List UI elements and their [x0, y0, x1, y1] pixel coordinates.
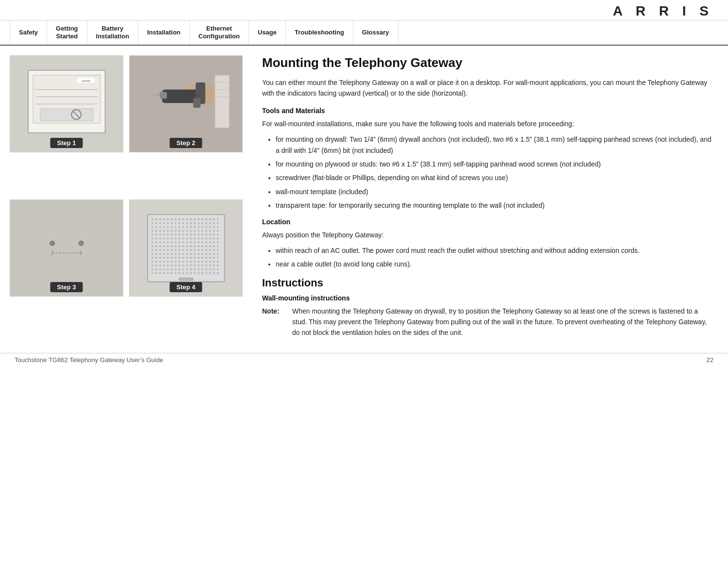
svg-rect-254: [194, 265, 196, 266]
svg-rect-88: [178, 230, 180, 232]
svg-rect-105: [174, 234, 176, 236]
svg-rect-20: [23, 215, 110, 282]
svg-rect-291: [198, 272, 199, 274]
svg-rect-267: [174, 268, 176, 270]
svg-rect-37: [190, 218, 192, 220]
svg-rect-172: [155, 249, 157, 251]
svg-rect-286: [178, 272, 180, 274]
svg-rect-270: [186, 268, 188, 270]
svg-rect-139: [166, 242, 168, 244]
svg-rect-165: [198, 245, 199, 247]
svg-rect-177: [174, 249, 176, 251]
svg-rect-141: [174, 242, 176, 244]
svg-rect-118: [155, 238, 157, 240]
svg-point-21: [50, 241, 54, 246]
step4-label: Step 4: [169, 282, 202, 292]
svg-rect-143: [182, 242, 184, 244]
nav-glossary[interactable]: Glossary: [353, 20, 398, 45]
svg-rect-296: [216, 272, 218, 274]
svg-rect-137: [159, 242, 161, 244]
svg-rect-80: [216, 226, 218, 228]
svg-rect-65: [159, 226, 161, 228]
svg-rect-236: [194, 261, 196, 263]
svg-rect-213: [174, 257, 176, 259]
svg-rect-148: [201, 242, 203, 244]
svg-rect-87: [174, 230, 176, 232]
main-content: ARRIS Step 1: [0, 46, 728, 348]
svg-rect-181: [190, 249, 192, 251]
svg-rect-170: [216, 245, 218, 247]
svg-rect-164: [194, 245, 196, 247]
svg-rect-190: [155, 253, 157, 255]
instructions-title: Instructions: [262, 277, 713, 289]
svg-rect-140: [170, 242, 172, 244]
svg-rect-70: [178, 226, 180, 228]
images-column: ARRIS Step 1: [10, 55, 243, 338]
svg-rect-212: [170, 257, 172, 259]
svg-rect-26: [148, 215, 224, 282]
intro-paragraph: You can either mount the Telephony Gatew…: [262, 77, 713, 99]
svg-rect-57: [198, 222, 199, 224]
svg-rect-61: [213, 222, 215, 224]
nav-ethernet-configuration[interactable]: Ethernet Configuration: [190, 20, 249, 45]
wall-mounting-heading: Wall-mounting instructions: [262, 294, 713, 302]
svg-rect-45: [151, 222, 153, 224]
svg-rect-127: [190, 238, 192, 240]
svg-rect-251: [182, 265, 184, 266]
svg-rect-52: [178, 222, 180, 224]
svg-rect-243: [151, 265, 153, 266]
svg-rect-91: [190, 230, 192, 232]
svg-rect-248: [170, 265, 172, 266]
svg-rect-136: [155, 242, 157, 244]
svg-rect-232: [178, 261, 180, 263]
svg-rect-272: [194, 268, 196, 270]
svg-rect-128: [194, 238, 196, 240]
svg-rect-237: [198, 261, 199, 263]
svg-rect-142: [178, 242, 180, 244]
nav-safety[interactable]: Safety: [10, 20, 47, 45]
svg-rect-186: [209, 249, 211, 251]
svg-rect-124: [178, 238, 180, 240]
svg-rect-41: [205, 218, 207, 220]
svg-rect-33: [174, 218, 176, 220]
svg-rect-244: [155, 265, 157, 266]
nav-troubleshooting[interactable]: Troubleshooting: [286, 20, 353, 45]
svg-rect-163: [190, 245, 192, 247]
svg-rect-46: [155, 222, 157, 224]
svg-rect-282: [163, 272, 165, 274]
svg-rect-62: [216, 222, 218, 224]
svg-rect-287: [182, 272, 184, 274]
nav-installation[interactable]: Installation: [138, 20, 190, 45]
svg-rect-246: [163, 265, 165, 266]
svg-rect-216: [186, 257, 188, 259]
svg-rect-56: [194, 222, 196, 224]
svg-rect-259: [213, 265, 215, 266]
svg-rect-285: [174, 272, 176, 274]
svg-rect-36: [186, 218, 188, 220]
svg-rect-138: [163, 242, 165, 244]
svg-rect-253: [190, 265, 192, 266]
svg-rect-188: [216, 249, 218, 251]
svg-rect-257: [205, 265, 207, 266]
svg-rect-64: [155, 226, 157, 228]
tools-list: for mounting on drywall: Two 1/4” (6mm) …: [276, 134, 713, 211]
svg-rect-73: [190, 226, 192, 228]
list-item: near a cable outlet (to avoid long cable…: [276, 259, 713, 269]
svg-rect-203: [205, 253, 207, 255]
list-item: transparent tape: for temporarily securi…: [276, 200, 713, 211]
svg-rect-85: [166, 230, 168, 232]
svg-rect-221: [205, 257, 207, 259]
svg-rect-166: [201, 245, 203, 247]
nav-usage[interactable]: Usage: [249, 20, 286, 45]
svg-rect-126: [186, 238, 188, 240]
nav-battery-installation[interactable]: Battery Installation: [87, 20, 139, 45]
svg-rect-194: [170, 253, 172, 255]
svg-rect-209: [159, 257, 161, 259]
svg-rect-132: [209, 238, 211, 240]
svg-rect-182: [194, 249, 196, 251]
svg-rect-123: [174, 238, 176, 240]
svg-rect-99: [151, 234, 153, 236]
svg-rect-49: [166, 222, 168, 224]
nav-getting-started[interactable]: Getting Started: [47, 20, 87, 45]
svg-rect-92: [194, 230, 196, 232]
